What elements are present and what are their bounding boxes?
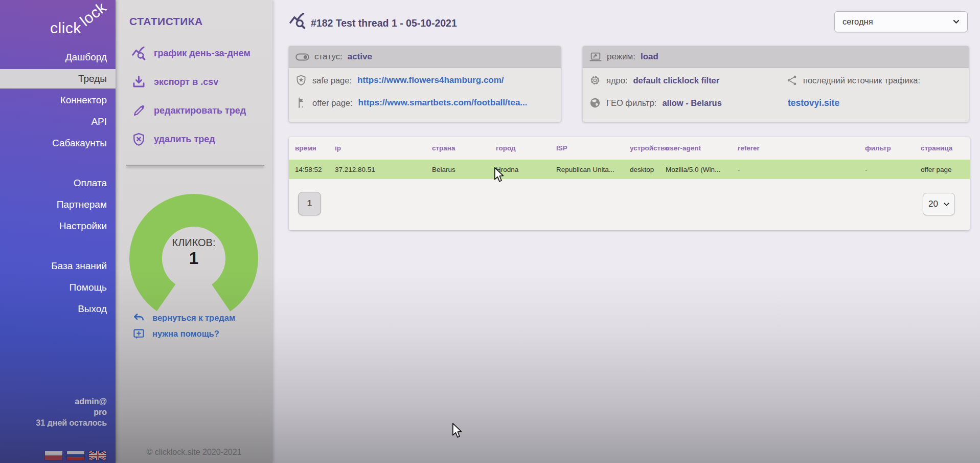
statistics-menu-item-label: удалить тред	[154, 134, 215, 145]
statistics-link[interactable]: нужна помощь?	[133, 326, 235, 342]
sidebar-item[interactable]: Помощь	[0, 277, 116, 298]
table-cell: Republican Unita...	[556, 166, 630, 173]
flag-russia-icon	[67, 451, 84, 460]
globe-icon	[589, 97, 601, 108]
sidebar: click lock Дашборд Треды Коннектор API	[0, 0, 116, 463]
page-size-select[interactable]: 20	[923, 193, 955, 215]
cursor-icon	[452, 423, 463, 439]
sidebar-item[interactable]: База знаний	[0, 255, 116, 277]
table-column-header: страна	[432, 144, 496, 152]
table-cell: Belarus	[432, 166, 496, 173]
date-range-value: сегодня	[842, 17, 873, 27]
table-column-header: referer	[738, 144, 865, 152]
account-info: admin@ pro 31 дней осталось	[36, 396, 107, 428]
sidebar-item[interactable]: API	[0, 111, 116, 133]
flag-poland-icon	[45, 451, 62, 460]
mode-row-value: default clicklock filter	[633, 76, 720, 85]
table-column-header: город	[496, 144, 556, 152]
shield-x-icon	[132, 133, 146, 146]
status-row-label: offer page:	[312, 98, 353, 108]
traffic-source-label: последний источник трафика:	[803, 76, 920, 85]
statistics-menu-item-label: редактировать тред	[154, 105, 246, 116]
status-row-link[interactable]: https://www.flowers4hamburg.com/	[357, 75, 504, 85]
gauge-label: КЛИКОВ:	[127, 236, 260, 249]
statistics-link-label: нужна помощь?	[152, 329, 219, 339]
statistics-links: вернуться к тредам нужна помощь?	[133, 310, 235, 342]
date-range-select[interactable]: сегодня	[834, 11, 968, 32]
clicklock-logo[interactable]: click lock	[50, 11, 117, 42]
page-title: #182 Test thread 1 - 05-10-2021	[311, 17, 457, 29]
mode-label: режим:	[607, 52, 635, 62]
undo-icon	[133, 312, 145, 324]
share-icon	[786, 75, 797, 86]
download-icon	[132, 75, 146, 89]
status-row-link[interactable]: https://www.smartbets.com/football/tea..…	[358, 98, 528, 108]
statistics-menu-item-label: экспорт в .csv	[154, 77, 218, 87]
status-label: статус:	[314, 52, 343, 62]
table-column-header: страница	[921, 144, 970, 152]
status-row: offer page: https://www.smartbets.com/fo…	[295, 92, 554, 114]
chart-zoom-icon	[288, 13, 307, 29]
table-cell: Mozilla/5.0 (Win...	[666, 166, 738, 173]
traffic-source-block: последний источник трафика: testovyi.sit…	[786, 69, 920, 114]
sidebar-menu: Дашборд Треды Коннектор API Сабакаунты	[0, 47, 116, 320]
account-email: admin@	[36, 396, 107, 407]
language-flag[interactable]	[67, 451, 84, 460]
toggle-icon	[295, 53, 309, 61]
shield-star-icon	[295, 75, 307, 86]
sidebar-item[interactable]: Партнерам	[0, 194, 116, 215]
sidebar-item[interactable]: Сабакаунты	[0, 133, 116, 154]
sidebar-item-label: Помощь	[70, 282, 107, 293]
pencil-icon	[132, 104, 146, 118]
sidebar-item[interactable]: Дашборд	[0, 47, 116, 68]
help-plus-icon	[133, 328, 145, 340]
table-column-header: время	[295, 144, 335, 152]
flag-uk-icon	[89, 451, 106, 460]
mode-value: load	[641, 52, 658, 62]
status-panel: статус: active safe page: https://www.fl…	[289, 46, 561, 122]
statistics-link[interactable]: вернуться к тредам	[133, 310, 235, 326]
statistics-menu-item[interactable]: экспорт в .csv	[132, 74, 250, 90]
table-column-header: ISP	[556, 144, 630, 152]
sidebar-item[interactable]: Оплата	[0, 172, 116, 194]
chart-zoom-icon	[132, 47, 146, 60]
statistics-menu-item[interactable]: график день-за-днем	[132, 46, 250, 61]
flag-icon	[295, 97, 307, 108]
statistics-menu-item[interactable]: удалить тред	[132, 131, 250, 147]
language-switcher	[45, 451, 106, 460]
language-flag[interactable]	[89, 451, 106, 460]
copyright-footer: © clicklock.site 2020-2021	[116, 448, 272, 457]
sidebar-item[interactable]: Настройки	[0, 215, 116, 237]
gauge-value: 1	[127, 249, 260, 268]
statistics-title: СТАТИСТИКА	[129, 15, 203, 28]
sidebar-item-label: Треды	[78, 73, 107, 84]
statistics-menu-item[interactable]: редактировать тред	[132, 103, 250, 118]
chevron-down-icon	[943, 201, 950, 208]
logo-text-lock: lock	[77, 0, 110, 30]
sidebar-item-label: Оплата	[74, 178, 107, 188]
page-size-value: 20	[928, 199, 938, 209]
sidebar-item-label: Настройки	[59, 221, 107, 231]
chevron-down-icon	[952, 17, 961, 26]
pagination-page-button[interactable]: 1	[298, 192, 321, 215]
status-value: active	[348, 52, 372, 62]
sidebar-item[interactable]: Выход	[0, 298, 116, 320]
traffic-source-link[interactable]: testovyi.site	[788, 98, 839, 108]
table-cell: offer page	[921, 166, 970, 173]
table-row[interactable]: 14:58:52 37.212.80.51 Belarus Hrodna Rep…	[289, 160, 970, 179]
table-cell: desktop	[630, 166, 666, 173]
clicks-gauge: КЛИКОВ: 1	[127, 192, 260, 325]
table-cell: 37.212.80.51	[335, 166, 432, 173]
laptop-share-icon	[589, 52, 602, 62]
account-plan: pro	[36, 407, 107, 417]
sidebar-item[interactable]: Треды	[0, 69, 116, 89]
sidebar-item-label: Коннектор	[60, 95, 107, 105]
mode-row-label: ядро:	[606, 76, 628, 85]
gauge-text: КЛИКОВ: 1	[127, 236, 260, 268]
status-row-label: safe page:	[312, 76, 352, 85]
language-flag[interactable]	[45, 451, 62, 460]
table-column-header: устройство	[630, 144, 666, 152]
table-cell: -	[738, 166, 865, 173]
table-column-header: фильтр	[865, 144, 921, 152]
sidebar-item[interactable]: Коннектор	[0, 90, 116, 111]
